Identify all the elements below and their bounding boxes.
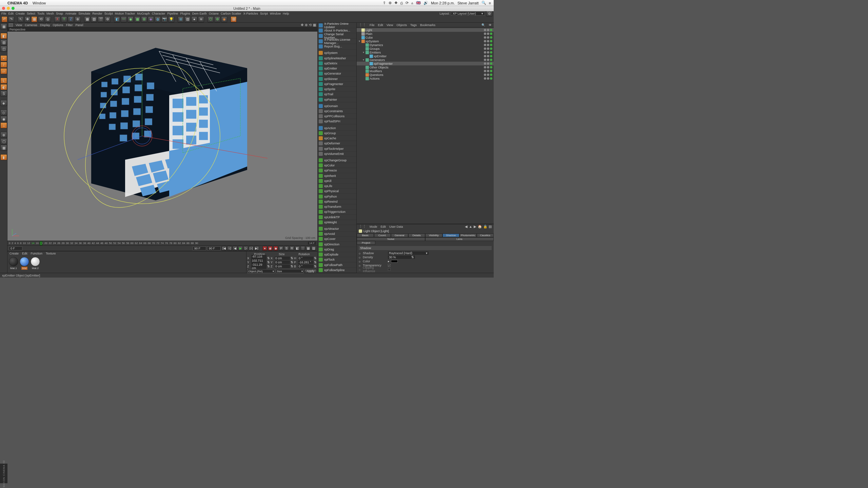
om-menu-tags[interactable]: Tags (410, 23, 417, 27)
attr-tab[interactable]: Lens (425, 237, 494, 241)
menu-animate[interactable]: Animate (65, 12, 76, 15)
vp-nav-icon[interactable]: ⊕ (305, 23, 308, 27)
vp-single[interactable]: ▢ (0, 138, 7, 144)
range-start[interactable]: 0 F (9, 246, 22, 250)
redo-button[interactable]: ↷ (8, 16, 14, 22)
snap-toggle[interactable]: S (0, 90, 7, 97)
object-tree-row[interactable]: Questions (357, 73, 494, 77)
xp-palette-item[interactable]: xpEmitter (318, 66, 356, 71)
y-axis-lock[interactable]: Y (61, 16, 67, 22)
coord-size-select[interactable]: Size▾ (276, 269, 303, 273)
xp-palette-item[interactable]: xpSplineMesher (318, 56, 356, 61)
key-param[interactable]: ◧ (295, 246, 300, 251)
object-tree-row[interactable]: Plain (357, 32, 494, 36)
xp-palette-item[interactable]: xpPython (318, 194, 356, 199)
tweak-mode[interactable]: ◇ (0, 109, 7, 116)
add-deformer[interactable]: ◈ (148, 16, 154, 22)
add-array[interactable]: ⊞ (141, 16, 147, 22)
xp-palette-item[interactable]: xpFragmenter (318, 82, 356, 87)
add-camera[interactable]: 📷 (161, 16, 167, 22)
make-editable[interactable]: ▦ (0, 23, 7, 29)
anim-dot[interactable]: ○ (359, 264, 361, 267)
attr-tab[interactable]: Shadow (442, 233, 460, 237)
mat-menu-edit[interactable]: Edit (22, 252, 27, 255)
xp-palette-item[interactable]: xpDrag (318, 247, 356, 252)
simulation[interactable]: ≋ (198, 16, 204, 22)
viewport-tab[interactable]: Perspective (7, 27, 317, 32)
xp-palette-item[interactable]: xpSystem (318, 50, 356, 56)
xp-palette-item[interactable]: xpUnlinkTP (318, 215, 356, 220)
xp-palette-item[interactable]: xpSkinner (318, 77, 356, 82)
rot-field[interactable]: 0 ° (298, 265, 313, 268)
visibility-dots[interactable] (484, 51, 492, 54)
coord-system-select[interactable]: Object (Rel)▾ (247, 269, 275, 273)
rotate-tool[interactable]: ⟲ (38, 16, 44, 22)
vp-nav-icon[interactable]: ▦ (313, 23, 316, 27)
visibility-dots[interactable] (484, 66, 492, 68)
xp-palette-item[interactable]: xpPainter (318, 97, 356, 102)
object-tree-row[interactable]: Modifiers (357, 69, 494, 73)
mograph-cloner[interactable]: ⊞ (178, 16, 184, 22)
layout-config-icon[interactable]: ⚙ (486, 11, 492, 17)
xp-palette-item[interactable]: xpChangeGroup (318, 158, 356, 163)
xp-3[interactable]: ◉ (221, 16, 227, 22)
record-button[interactable]: ● (262, 246, 267, 251)
object-tree-row[interactable]: xpEmitter (357, 54, 494, 58)
xp-palette-item[interactable]: Report Bug... (318, 44, 356, 49)
xp-palette-item[interactable]: xpVolumeEmit (318, 151, 356, 157)
coord-system[interactable]: ⊕ (75, 16, 81, 22)
mac-menu-window[interactable]: Window (33, 1, 46, 5)
object-tree-row[interactable]: ▾Emitters (357, 50, 494, 54)
tray-icon[interactable]: 🇬🇧 (416, 1, 421, 5)
object-tree-row[interactable]: Actions (357, 77, 494, 80)
transparency-checkbox[interactable] (388, 264, 391, 267)
expand-toggle[interactable]: ▾ (362, 58, 365, 61)
xp-palette-item[interactable]: xpCache (318, 136, 356, 141)
scale-tool[interactable]: ▦ (31, 16, 37, 22)
visibility-dots[interactable] (484, 33, 492, 35)
menu-pipeline[interactable]: Pipeline (167, 12, 178, 15)
expand-toggle[interactable]: ▾ (358, 40, 361, 43)
density-field[interactable]: 30 %⇅ (388, 256, 415, 259)
add-light[interactable]: 💡 (168, 16, 174, 22)
xp-palette-item[interactable]: xpFlock (318, 257, 356, 262)
xp-palette-item[interactable]: xpDomain (318, 104, 356, 109)
xp-palette-item[interactable]: xpExplode (318, 252, 356, 257)
object-tree-row[interactable]: Other Objects (357, 65, 494, 69)
attr-menu-userdata[interactable]: User Data (389, 225, 403, 228)
prev-frame[interactable]: ◀ (233, 246, 237, 251)
menu-snap[interactable]: Snap (56, 12, 63, 15)
vp-menu-options[interactable]: Options (53, 23, 63, 27)
xp-palette-item[interactable]: xpDeformer (318, 141, 356, 146)
attr-tab[interactable]: Noise (357, 237, 425, 241)
xp-palette-item[interactable]: xpTriggerAction (318, 209, 356, 215)
mat-menu-function[interactable]: Function (31, 252, 43, 255)
attr-tab[interactable]: Coord. (374, 233, 391, 237)
xp-palette-item[interactable]: xpLife (318, 184, 356, 189)
material-item[interactable]: Mat (20, 257, 29, 270)
playhead[interactable] (40, 241, 42, 245)
object-tree-row[interactable]: Groups (357, 47, 494, 50)
menu-tools[interactable]: Tools (37, 12, 44, 15)
apply-button[interactable]: Apply (304, 269, 317, 273)
visibility-dots[interactable] (484, 70, 492, 72)
spotlight-icon[interactable]: 🔍 (481, 1, 486, 5)
xp-palette-item[interactable]: xpGroup (318, 131, 356, 136)
keyframe-button[interactable]: ◆ (273, 246, 278, 251)
menu-help[interactable]: Help (283, 12, 289, 15)
autokey-button[interactable]: ◉ (268, 246, 273, 251)
tray-icon[interactable]: ❖ (394, 1, 398, 5)
content-browser[interactable]: ▤ (231, 16, 237, 22)
xp-palette-item[interactable]: X-Particles Online Updater (318, 23, 356, 28)
viewport-3d[interactable]: Grid Spacing : 100 cm (7, 32, 317, 241)
object-tree-row[interactable]: Cube (357, 36, 494, 39)
menu-window[interactable]: Window (270, 12, 281, 15)
om-menu-view[interactable]: View (387, 23, 393, 27)
menu-motion-tracker[interactable]: Motion Tracker (115, 12, 135, 15)
move-tool[interactable]: ✥ (24, 16, 31, 22)
object-tree[interactable]: LightPlainCube▾xpSystemDynamicsGroups▾Em… (357, 27, 494, 224)
attr-tab[interactable]: Basic (357, 233, 374, 237)
minimize-icon[interactable] (7, 7, 10, 10)
xp-palette-item[interactable]: xpCover (318, 237, 356, 242)
attr-nav-fwd[interactable]: ▶ (474, 225, 476, 228)
